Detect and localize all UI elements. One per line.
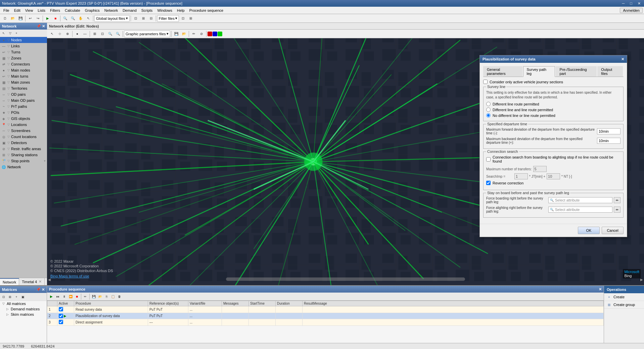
mat-skim-expand[interactable]: ▷ (5, 312, 9, 316)
tb-icon3[interactable]: ⊟ (147, 15, 155, 22)
tb-stop[interactable]: ■ (52, 15, 59, 22)
radio-diff-line[interactable]: Different line and line route permitted (486, 107, 620, 112)
tb-zoom-in[interactable]: 🔍 (61, 15, 69, 22)
nav-network[interactable]: 🌐 Network (0, 164, 47, 170)
menu-windows[interactable]: Windows (155, 8, 174, 13)
mat-all[interactable]: ▽ All matrices (0, 301, 47, 306)
map-canvas[interactable]: © 2022 Maxar © 2022 Microsoft Corporatio… (47, 38, 644, 285)
maximize-btn[interactable]: □ (629, 1, 634, 6)
window-controls[interactable]: ─ □ ✕ (621, 1, 642, 6)
tb-select[interactable]: ↖ (85, 15, 92, 22)
nav-screenlines[interactable]: ─ ▽ Screenlines (0, 128, 47, 134)
create-group-button[interactable]: ⊞ Create group (604, 301, 644, 309)
nav-tool-filter[interactable]: ▽ (7, 30, 13, 36)
bing-terms-link[interactable]: Bing Maps terms of use (50, 274, 113, 278)
menu-view[interactable]: View (23, 8, 35, 13)
tb-icon2[interactable]: ⊞ (140, 15, 147, 22)
tab-general-params[interactable]: General parameters (483, 66, 522, 77)
dialog-close-icon[interactable]: ✕ (621, 57, 624, 61)
proc-open[interactable]: 📂 (97, 294, 103, 300)
nav-zones[interactable]: ▦ ▽ Zones (0, 55, 47, 61)
close-panel-icon[interactable]: ✕ (42, 24, 45, 29)
proc-save[interactable]: 💾 (91, 294, 97, 300)
panel-controls[interactable]: 📌 ✕ (37, 24, 45, 29)
map-arrow[interactable]: ↖ (48, 30, 56, 38)
proc-step[interactable]: ⏭ (55, 294, 61, 300)
nav-count-locations[interactable]: ◎ ▽ Count locations (0, 134, 47, 140)
menu-calculate[interactable]: Calculate (63, 8, 82, 13)
nav-prt-paths[interactable]: ~ ▽ PrT paths (0, 103, 47, 110)
nav-gis-objects[interactable]: ◈ ▽ GIS objects (0, 116, 47, 122)
tab-survey-path-leg[interactable]: Survey path leg (523, 66, 555, 77)
map-link[interactable]: — (81, 30, 89, 38)
scroll-right[interactable]: ▶ (640, 278, 643, 281)
reverse-correction-row[interactable]: Reverse correction (486, 181, 620, 185)
tb-pan[interactable]: ✋ (77, 15, 84, 22)
nav-detectors[interactable]: ▣ ▽ Detectors (0, 140, 47, 146)
map-save-graphic[interactable]: 💾 (173, 30, 180, 38)
tb-run[interactable]: ▶ (44, 15, 51, 22)
matrices-controls[interactable]: 📌 ✕ (36, 288, 45, 292)
map-color1[interactable] (208, 32, 212, 36)
conn-search-checkbox-row[interactable]: Connection search from boarding to aligh… (486, 155, 620, 163)
mat-all-expand[interactable]: ▽ (1, 302, 5, 306)
nav-stop-points[interactable]: 🚏 ▽ Stop points ▾ (0, 158, 47, 164)
ok-button[interactable]: OK (578, 227, 600, 234)
nav-main-turns[interactable]: ↩ ▽ Main turns (0, 73, 47, 79)
mat-skim[interactable]: ▷ Skim matrices (0, 312, 47, 317)
menu-file[interactable]: File (1, 8, 11, 13)
menu-network[interactable]: Network (102, 8, 120, 13)
filter-files-dropdown[interactable]: Filter files ▾ (157, 15, 179, 22)
mat-tb3[interactable]: + (13, 294, 19, 300)
tb-open[interactable]: 📂 (9, 15, 16, 22)
menu-scripts[interactable]: Scripts (139, 8, 155, 13)
map-color3[interactable] (218, 32, 222, 36)
table-row[interactable]: 3 Direct assignment --- ... (47, 319, 604, 326)
proc-edit[interactable]: ✏ (82, 294, 88, 300)
menu-edit[interactable]: Edit (12, 8, 22, 13)
tb-icon1[interactable]: ⊡ (132, 15, 139, 22)
nav-tool-select[interactable]: ↖ (1, 30, 7, 36)
mat-tb4[interactable]: ▣ (20, 294, 26, 300)
nav-main-zones[interactable]: ▦ ▽ Main zones (0, 79, 47, 85)
proc-paste[interactable]: 📋 (110, 294, 116, 300)
map-pencil[interactable]: ✏ (190, 30, 197, 38)
radio-diff-line-route[interactable]: Different line route permitted (486, 102, 620, 106)
map-eraser[interactable]: ⊘ (198, 30, 205, 38)
nav-nodes[interactable]: ● ▽ Nodes (0, 37, 47, 43)
nav-pois[interactable]: ★ ▽ POIs (0, 110, 47, 116)
tab-timetal-close[interactable]: ✕ (39, 279, 42, 284)
procedure-close[interactable]: ✕ (599, 287, 602, 292)
close-btn[interactable]: ✕ (636, 1, 642, 6)
force-alighting-edit-btn[interactable]: ✏ (614, 207, 620, 213)
pin-icon[interactable]: 📌 (37, 24, 41, 29)
nav-sharing-stations[interactable]: ⊞ ▽ Sharing stations (0, 152, 47, 158)
nav-turns[interactable]: ↩ ▽ Turns (0, 49, 47, 55)
map-node[interactable]: ● (74, 30, 81, 38)
proc-run[interactable]: ▶ (48, 294, 54, 300)
active-journey-checkbox-row[interactable]: Consider only active vehicle journey sec… (483, 80, 624, 84)
proc-pause[interactable]: ⏸ (61, 294, 67, 300)
nav-links[interactable]: — ▽ Links (0, 43, 47, 49)
tab-timetal[interactable]: Timetal 4 ✕ (19, 278, 45, 285)
tb-zoom-out[interactable]: 🔍 (69, 15, 77, 22)
map-zoom-in2[interactable]: 🔍 (106, 30, 114, 38)
radio2[interactable] (486, 107, 491, 112)
menu-procedure-sequence[interactable]: Procedure sequence (187, 8, 226, 13)
nav-connectors[interactable]: ⇌ ▽ Connectors (0, 61, 47, 67)
tb-icon4[interactable]: ⊡ (179, 15, 187, 22)
menu-lists[interactable]: Lists (36, 8, 47, 13)
matrices-pin[interactable]: 📌 (36, 288, 40, 292)
mat-tb2[interactable]: ⊞ (7, 294, 13, 300)
conn-search-checkbox[interactable] (486, 157, 491, 162)
tab-network[interactable]: Network (0, 278, 19, 285)
proc-stop[interactable]: ■ (74, 294, 80, 300)
nav-tool-add[interactable]: + (13, 30, 19, 36)
force-boarding-edit-btn[interactable]: ✏ (614, 197, 620, 203)
tb-icon5[interactable]: ⊞ (187, 15, 194, 22)
table-row[interactable]: 2 ▶ Plausibilization of survey data PuT … (47, 313, 604, 319)
global-layout-dropdown[interactable]: Global layout files ▾ (94, 15, 130, 22)
graphic-params-dropdown[interactable]: Graphic parameters files ▾ (124, 31, 170, 37)
tb-redo[interactable]: ↪ (34, 15, 42, 22)
force-alighting-field[interactable]: 🔍 Select attribute (548, 207, 612, 213)
